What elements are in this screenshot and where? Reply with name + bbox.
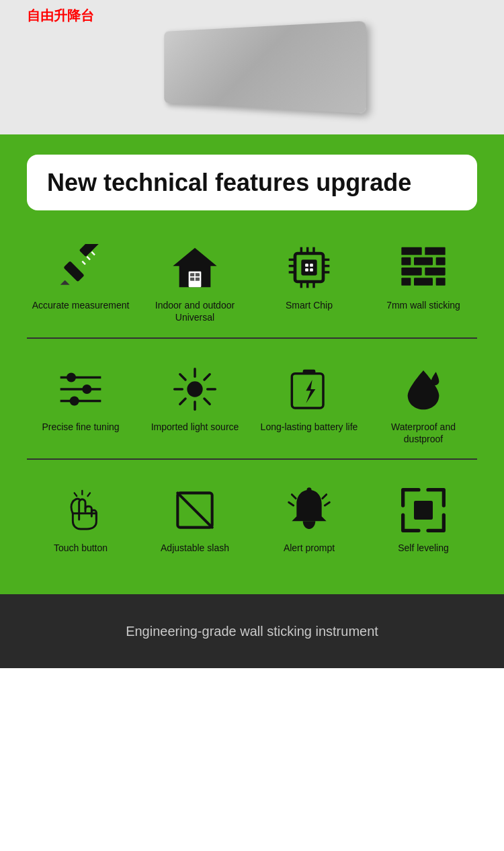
feature-label-light: Imported light source <box>151 421 239 433</box>
svg-line-65 <box>292 495 296 499</box>
svg-rect-13 <box>305 264 308 267</box>
battery-icon <box>286 366 333 413</box>
features-row-1: Accurate measurement Indoor and outdoor … <box>27 237 477 330</box>
svg-line-59 <box>88 493 91 496</box>
svg-line-52 <box>204 374 210 379</box>
svg-rect-0 <box>63 261 84 282</box>
svg-rect-34 <box>401 268 421 276</box>
svg-marker-1 <box>60 280 70 285</box>
divider-2 <box>27 458 477 460</box>
fine-tuning-icon <box>57 366 104 413</box>
feature-label-indoor: Indoor and outdoor Universal <box>144 299 245 323</box>
svg-point-62 <box>307 487 312 492</box>
feature-accurate-measurement: Accurate measurement <box>27 237 134 330</box>
feature-alert: Alert prompt <box>255 480 363 561</box>
svg-point-42 <box>82 384 91 394</box>
self-leveling-icon <box>400 487 447 534</box>
feature-wall-sticking: 7mm wall sticking <box>370 237 477 330</box>
waterproof-icon <box>400 366 447 413</box>
feature-label-leveling: Self leveling <box>398 542 449 554</box>
feature-self-leveling: Self leveling <box>370 480 477 561</box>
product-image <box>164 21 366 114</box>
feature-indoor-outdoor: Indoor and outdoor Universal <box>141 237 249 330</box>
svg-line-61 <box>177 493 212 527</box>
svg-line-53 <box>180 399 185 404</box>
svg-rect-38 <box>436 278 446 286</box>
feature-label-waterproof: Waterproof and dustproof <box>373 421 474 445</box>
svg-rect-2 <box>79 244 100 257</box>
svg-rect-29 <box>401 247 421 255</box>
green-section: New technical features upgrade Accurate … <box>0 134 504 594</box>
bottom-text: Engineering-grade wall sticking instrume… <box>27 621 477 641</box>
svg-line-58 <box>75 493 77 496</box>
svg-rect-37 <box>414 278 433 286</box>
light-source-icon <box>171 366 218 413</box>
svg-point-40 <box>67 372 76 382</box>
svg-marker-56 <box>306 380 315 403</box>
svg-point-45 <box>187 381 202 397</box>
svg-line-50 <box>180 374 185 379</box>
svg-rect-16 <box>310 268 313 272</box>
feature-label-slash: Adjustable slash <box>161 542 229 554</box>
svg-line-3 <box>82 261 85 265</box>
svg-rect-55 <box>303 369 316 374</box>
touch-button-icon <box>57 487 104 534</box>
title-box: New technical features upgrade <box>27 155 477 210</box>
svg-rect-30 <box>425 247 445 255</box>
svg-line-4 <box>87 257 90 260</box>
svg-line-64 <box>325 502 329 505</box>
svg-point-44 <box>70 396 79 405</box>
feature-label-chip: Smart Chip <box>286 299 333 311</box>
feature-label-measurement: Accurate measurement <box>32 299 130 311</box>
svg-rect-12 <box>301 260 317 276</box>
feature-touch-button: Touch button <box>27 480 134 561</box>
svg-rect-54 <box>292 373 323 407</box>
feature-light-source: Imported light source <box>141 359 249 452</box>
feature-label-battery: Long-lasting battery life <box>261 421 358 433</box>
feature-label-tuning: Precise fine tuning <box>42 421 119 433</box>
features-row-3: Touch button Adjustable slash <box>27 480 477 561</box>
product-chinese-text: 自由升降台 <box>27 7 94 25</box>
feature-label-wall: 7mm wall sticking <box>386 299 460 311</box>
svg-line-63 <box>289 502 294 505</box>
svg-line-5 <box>91 252 95 255</box>
divider-1 <box>27 337 477 339</box>
svg-line-66 <box>323 495 327 499</box>
wall-sticking-icon <box>400 244 447 291</box>
feature-label-touch: Touch button <box>54 542 108 554</box>
svg-rect-31 <box>401 257 411 266</box>
measurement-icon <box>57 244 104 291</box>
smart-chip-icon <box>286 244 333 291</box>
feature-battery: Long-lasting battery life <box>255 359 363 452</box>
features-row-2: Precise fine tuning Imported l <box>27 359 477 452</box>
feature-fine-tuning: Precise fine tuning <box>27 359 134 452</box>
feature-waterproof: Waterproof and dustproof <box>370 359 477 452</box>
svg-rect-14 <box>310 264 313 267</box>
svg-rect-15 <box>305 268 308 272</box>
alert-icon <box>286 487 333 534</box>
indoor-outdoor-icon <box>171 244 218 291</box>
svg-rect-67 <box>414 501 433 520</box>
svg-rect-36 <box>401 278 411 286</box>
feature-smart-chip: Smart Chip <box>255 237 363 330</box>
feature-adjustable-slash: Adjustable slash <box>141 480 249 561</box>
feature-label-alert: Alert prompt <box>284 542 335 554</box>
svg-rect-32 <box>414 257 433 266</box>
adjustable-slash-icon <box>171 487 218 534</box>
top-section: 自由升降台 <box>0 0 504 134</box>
svg-line-51 <box>204 399 210 404</box>
svg-rect-35 <box>425 268 445 276</box>
bottom-section: Engineering-grade wall sticking instrume… <box>0 594 504 668</box>
section-title: New technical features upgrade <box>47 168 457 197</box>
svg-rect-33 <box>436 257 446 266</box>
